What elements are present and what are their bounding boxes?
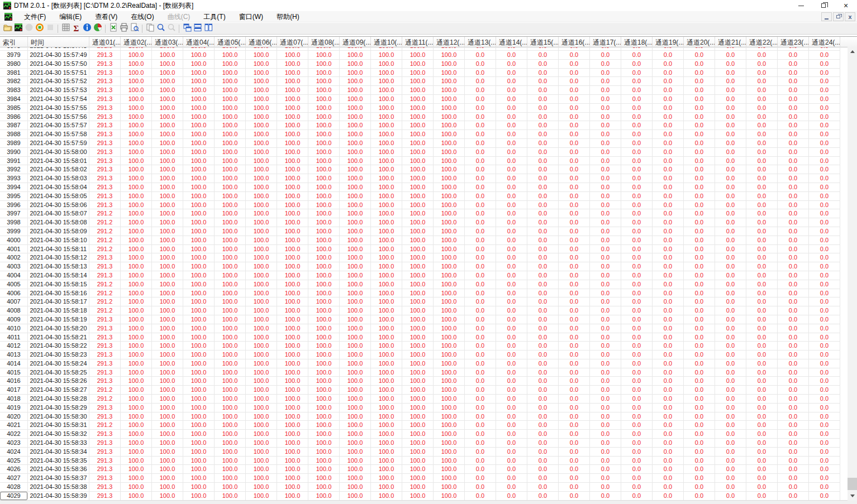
index-cell[interactable]: 4002 <box>0 253 28 262</box>
channel-10-cell[interactable]: 100.0 <box>371 430 402 438</box>
channel-1-cell[interactable]: 291.3 <box>89 342 121 350</box>
channel-6-cell[interactable]: 100.0 <box>246 324 277 333</box>
channel-16-cell[interactable]: 0.0 <box>559 209 590 218</box>
channel-3-cell[interactable]: 100.0 <box>152 104 183 112</box>
channel-16-cell[interactable]: 0.0 <box>559 386 590 394</box>
channel-7-cell[interactable]: 100.0 <box>277 377 308 385</box>
channel-5-cell[interactable]: 100.0 <box>215 227 246 236</box>
channel-9-cell[interactable]: 100.0 <box>340 157 371 165</box>
channel-23-cell[interactable]: 0.0 <box>778 262 809 271</box>
channel-23-cell[interactable]: 0.0 <box>778 404 809 412</box>
channel-17-cell[interactable]: 0.0 <box>590 324 621 333</box>
channel-15-cell[interactable]: 0.0 <box>527 174 559 183</box>
channel-6-cell[interactable]: 100.0 <box>246 342 277 350</box>
channel-24-cell[interactable]: 0.0 <box>809 474 840 482</box>
channel-18-cell[interactable]: 0.0 <box>621 448 653 456</box>
channel-21-cell[interactable]: 0.0 <box>715 148 746 156</box>
channel-13-cell[interactable]: 0.0 <box>465 297 496 306</box>
channel-16-cell[interactable]: 0.0 <box>559 271 590 280</box>
channel-19-cell[interactable]: 0.0 <box>653 421 684 429</box>
channel-11-cell[interactable]: 100.0 <box>402 333 434 342</box>
channel-2-cell[interactable]: 100.0 <box>121 297 152 306</box>
channel-11-cell[interactable]: 100.0 <box>402 297 434 306</box>
channel-11-cell[interactable]: 100.0 <box>402 439 434 447</box>
channel-7-cell[interactable]: 100.0 <box>277 253 308 262</box>
index-cell[interactable]: 4015 <box>0 368 28 377</box>
channel-17-cell[interactable]: 0.0 <box>590 130 621 138</box>
channel-8-cell[interactable]: 100.0 <box>308 342 340 350</box>
channel-12-cell[interactable]: 100.0 <box>434 262 465 271</box>
channel-19-cell[interactable]: 0.0 <box>653 148 684 156</box>
channel-4-cell[interactable]: 100.0 <box>183 227 215 236</box>
channel-15-cell[interactable]: 0.0 <box>527 412 559 421</box>
channel-12-cell[interactable]: 100.0 <box>434 113 465 121</box>
channel-12-cell[interactable]: 100.0 <box>434 130 465 138</box>
channel-13-cell[interactable]: 0.0 <box>465 51 496 59</box>
channel-7-cell[interactable]: 100.0 <box>277 95 308 103</box>
channel-6-cell[interactable]: 100.0 <box>246 209 277 218</box>
channel-18-cell[interactable]: 0.0 <box>621 483 653 491</box>
time-cell[interactable]: 2021-04-30 15:58:39 <box>28 492 89 500</box>
channel-19-cell[interactable]: 0.0 <box>653 227 684 236</box>
channel-12-cell[interactable]: 100.0 <box>434 439 465 447</box>
channel-4-cell[interactable]: 100.0 <box>183 86 215 94</box>
index-cell[interactable]: 3979 <box>0 51 28 59</box>
channel-18-cell[interactable]: 0.0 <box>621 271 653 280</box>
channel-1-cell[interactable]: 291.3 <box>89 448 121 456</box>
channel-15-cell[interactable]: 0.0 <box>527 201 559 209</box>
channel-20-cell[interactable]: 0.0 <box>684 236 715 244</box>
channel-17-cell[interactable]: 0.0 <box>590 377 621 385</box>
channel-16-cell[interactable]: 0.0 <box>559 139 590 147</box>
channel-17-cell[interactable]: 0.0 <box>590 395 621 403</box>
channel-1-cell[interactable]: 291.2 <box>89 306 121 315</box>
channel-20-cell[interactable]: 0.0 <box>684 465 715 473</box>
time-cell[interactable]: 2021-04-30 15:57:51 <box>28 69 89 77</box>
channel-14-cell[interactable]: 0.0 <box>496 95 527 103</box>
channel-19-cell[interactable]: 0.0 <box>653 439 684 447</box>
channel-15-cell[interactable]: 0.0 <box>527 183 559 191</box>
channel-13-cell[interactable]: 0.0 <box>465 60 496 68</box>
channel-10-cell[interactable]: 100.0 <box>371 412 402 421</box>
channel-12-cell[interactable]: 100.0 <box>434 165 465 174</box>
channel-8-cell[interactable]: 100.0 <box>308 377 340 385</box>
channel-10-cell[interactable]: 100.0 <box>371 439 402 447</box>
channel-7-cell[interactable]: 100.0 <box>277 386 308 394</box>
channel-17-cell[interactable]: 0.0 <box>590 104 621 112</box>
channel-22-cell[interactable]: 0.0 <box>746 236 778 244</box>
channel-10-cell[interactable]: 100.0 <box>371 192 402 200</box>
channel-9-cell[interactable]: 100.0 <box>340 377 371 385</box>
menu-item-3[interactable]: 查看(V) <box>88 11 124 22</box>
channel-2-cell[interactable]: 100.0 <box>121 245 152 253</box>
channel-7-cell[interactable]: 100.0 <box>277 430 308 438</box>
channel-1-cell[interactable]: 291.3 <box>89 47 121 50</box>
time-cell[interactable]: 2021-04-30 15:58:33 <box>28 439 89 447</box>
channel-1-cell[interactable]: 291.3 <box>89 77 121 85</box>
channel-18-cell[interactable]: 0.0 <box>621 492 653 500</box>
column-header-time[interactable]: 时间 <box>28 37 89 47</box>
time-cell[interactable]: 2021-04-30 15:58:05 <box>28 192 89 200</box>
channel-18-cell[interactable]: 0.0 <box>621 113 653 121</box>
menu-item-2[interactable]: 编辑(E) <box>53 11 88 22</box>
channel-9-cell[interactable]: 100.0 <box>340 448 371 456</box>
channel-19-cell[interactable]: 0.0 <box>653 386 684 394</box>
channel-4-cell[interactable]: 100.0 <box>183 236 215 244</box>
channel-21-cell[interactable]: 0.0 <box>715 359 746 368</box>
channel-5-cell[interactable]: 100.0 <box>215 192 246 200</box>
channel-23-cell[interactable]: 0.0 <box>778 69 809 77</box>
channel-14-cell[interactable]: 0.0 <box>496 253 527 262</box>
channel-20-cell[interactable]: 0.0 <box>684 209 715 218</box>
channel-22-cell[interactable]: 0.0 <box>746 77 778 85</box>
channel-3-cell[interactable]: 100.0 <box>152 395 183 403</box>
channel-1-cell[interactable]: 291.3 <box>89 121 121 129</box>
channel-14-cell[interactable]: 0.0 <box>496 439 527 447</box>
channel-4-cell[interactable]: 100.0 <box>183 209 215 218</box>
channel-22-cell[interactable]: 0.0 <box>746 359 778 368</box>
channel-10-cell[interactable]: 100.0 <box>371 209 402 218</box>
channel-19-cell[interactable]: 0.0 <box>653 174 684 183</box>
channel-17-cell[interactable]: 0.0 <box>590 86 621 94</box>
channel-21-cell[interactable]: 0.0 <box>715 474 746 482</box>
channel-3-cell[interactable]: 100.0 <box>152 174 183 183</box>
time-cell[interactable]: 2021-04-30 15:57:54 <box>28 95 89 103</box>
channel-3-cell[interactable]: 100.0 <box>152 404 183 412</box>
channel-18-cell[interactable]: 0.0 <box>621 69 653 77</box>
